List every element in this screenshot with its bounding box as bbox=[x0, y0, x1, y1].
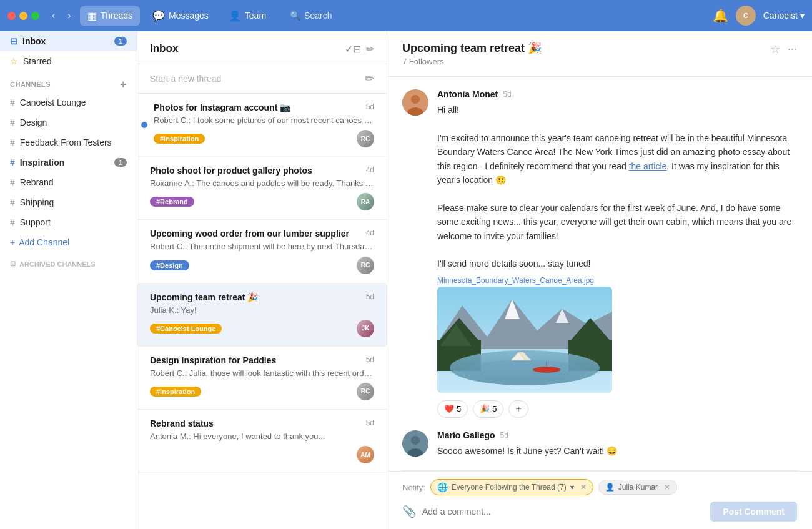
channel-label: Support bbox=[20, 217, 127, 227]
message-header: Antonia Monet 5d bbox=[437, 89, 797, 99]
julia-chip-close-icon[interactable]: ✕ bbox=[664, 483, 670, 492]
julia-chip-avatar: 👤 bbox=[605, 483, 615, 492]
add-channel-button[interactable]: + Add Channel bbox=[0, 232, 137, 252]
sidebar-item-starred[interactable]: ☆ Starred bbox=[0, 51, 137, 71]
sidebar-item-support[interactable]: # Support bbox=[0, 212, 137, 232]
inbox-icon: ⊟ bbox=[10, 36, 17, 46]
thread-list: Inbox ✓⊟ ✏ Start a new thread ✏ Photos f… bbox=[137, 31, 387, 529]
minimize-button[interactable] bbox=[19, 12, 27, 20]
retreat-image bbox=[437, 287, 612, 393]
thread-preview: Roxanne A.: The canoes and paddles will … bbox=[150, 178, 374, 189]
detail-followers: 7 Followers bbox=[402, 57, 542, 66]
close-button[interactable] bbox=[7, 12, 16, 20]
post-comment-button[interactable]: Post Comment bbox=[710, 502, 797, 522]
traffic-lights bbox=[7, 12, 39, 20]
maximize-button[interactable] bbox=[31, 12, 39, 20]
message-header: Mario Gallego 5d bbox=[437, 430, 797, 440]
heart-emoji: ❤️ bbox=[444, 404, 454, 413]
message-time: 5d bbox=[500, 431, 508, 440]
everyone-chip-icon: 🌐 bbox=[437, 482, 448, 492]
sidebar-item-design[interactable]: # Design bbox=[0, 112, 137, 132]
sidebar-item-shipping[interactable]: # Shipping bbox=[0, 192, 137, 212]
heart-reaction-button[interactable]: ❤️ 5 bbox=[437, 400, 468, 418]
notification-bell-icon[interactable]: 🔔 bbox=[713, 8, 728, 23]
add-reaction-button[interactable]: + bbox=[508, 400, 528, 418]
compose-icon[interactable]: ✏ bbox=[366, 43, 374, 55]
thread-item-photo-shoot[interactable]: Photo shoot for product gallery photos 4… bbox=[137, 157, 387, 220]
thread-item-wood-order[interactable]: Upcoming wood order from our lumber supp… bbox=[137, 220, 387, 283]
user-avatar-initials: C bbox=[743, 12, 748, 19]
notify-label: Notify: bbox=[402, 483, 425, 492]
thread-item-header: Design Inspiration for Paddles 5d bbox=[150, 355, 374, 365]
thread-meta: #Rebrand RA bbox=[150, 193, 374, 210]
article-link[interactable]: the article bbox=[629, 161, 667, 171]
thread-tag: #Rebrand bbox=[150, 197, 194, 207]
channels-section: Channels + bbox=[0, 71, 137, 92]
messages-icon: 💬 bbox=[152, 10, 165, 22]
thread-item-header: Photo shoot for product gallery photos 4… bbox=[150, 166, 374, 176]
user-menu-button[interactable]: Canoeist ▾ bbox=[763, 11, 805, 21]
threads-tab[interactable]: ▦ Threads bbox=[80, 6, 140, 26]
message-mario: Mario Gallego 5d Soooo awesome! Is it Ju… bbox=[402, 430, 797, 458]
channel-hash-icon: # bbox=[10, 217, 15, 227]
back-button[interactable]: ‹ bbox=[48, 7, 59, 24]
thread-item-photos-instagram[interactable]: Photos for Instagram account 📷 5d Robert… bbox=[137, 94, 387, 157]
attach-icon[interactable]: 📎 bbox=[402, 505, 416, 518]
user-avatar: C bbox=[736, 6, 756, 26]
comment-input[interactable] bbox=[422, 507, 704, 517]
message-author: Mario Gallego bbox=[437, 430, 495, 440]
thread-time: 5d bbox=[366, 292, 374, 301]
new-thread-label: Start a new thread bbox=[150, 74, 221, 84]
add-channel-label: Add Channel bbox=[19, 237, 69, 247]
thread-item-rebrand-status[interactable]: Rebrand status 5d Antonia M.: Hi everyon… bbox=[137, 410, 387, 473]
thread-title: Upcoming team retreat 🎉 bbox=[150, 292, 366, 302]
everyone-following-chip[interactable]: 🌐 Everyone Following the Thread (7) ▾ ✕ bbox=[430, 479, 593, 495]
thread-meta: #Design RC bbox=[150, 257, 374, 274]
thread-item-design-inspiration[interactable]: Design Inspiration for Paddles 5d Robert… bbox=[137, 347, 387, 410]
sidebar-item-rebrand[interactable]: # Rebrand bbox=[0, 172, 137, 192]
star-thread-icon[interactable]: ☆ bbox=[770, 42, 780, 56]
thread-item-header: Photos for Instagram account 📷 5d bbox=[154, 102, 374, 112]
notify-row: Notify: 🌐 Everyone Following the Thread … bbox=[402, 479, 797, 495]
check-all-icon[interactable]: ✓⊟ bbox=[345, 43, 361, 55]
more-options-icon[interactable]: ··· bbox=[788, 42, 797, 56]
thread-item-team-retreat[interactable]: Upcoming team retreat 🎉 5d Julia K.: Yay… bbox=[137, 284, 387, 347]
thread-list-title: Inbox bbox=[150, 42, 178, 55]
team-icon: 👤 bbox=[229, 10, 241, 22]
comment-input-row: 📎 Post Comment bbox=[402, 502, 797, 522]
detail-footer: Notify: 🌐 Everyone Following the Thread … bbox=[387, 471, 812, 529]
svg-point-13 bbox=[462, 360, 587, 382]
search-button[interactable]: 🔍 Search bbox=[281, 7, 340, 24]
messages-tab[interactable]: 💬 Messages bbox=[145, 6, 216, 26]
topbar-right: 🔔 C Canoeist ▾ bbox=[713, 6, 805, 26]
thread-time: 5d bbox=[366, 102, 374, 111]
thread-tag: #Design bbox=[150, 260, 189, 270]
party-reaction-button[interactable]: 🎉 5 bbox=[473, 400, 503, 418]
sidebar-item-feedback[interactable]: # Feedback From Testers bbox=[0, 132, 137, 152]
sidebar-item-canoeist-lounge[interactable]: # Canoeist Lounge bbox=[0, 92, 137, 112]
add-channel-icon[interactable]: + bbox=[120, 79, 127, 90]
thread-time: 4d bbox=[366, 229, 374, 237]
sidebar-item-inspiration[interactable]: # Inspiration 1 bbox=[0, 152, 137, 172]
message-author: Antonia Monet bbox=[437, 89, 498, 99]
team-tab-label: Team bbox=[245, 11, 266, 21]
forward-button[interactable]: › bbox=[64, 7, 74, 24]
thread-title: Photo shoot for product gallery photos bbox=[150, 166, 366, 176]
detail-header-actions: ☆ ··· bbox=[770, 41, 797, 56]
everyone-chip-close-icon[interactable]: ✕ bbox=[580, 483, 587, 492]
thread-title: Design Inspiration for Paddles bbox=[150, 355, 366, 365]
sidebar-item-inbox[interactable]: ⊟ Inbox 1 bbox=[0, 31, 137, 51]
search-icon: 🔍 bbox=[290, 11, 300, 21]
archived-channels-section[interactable]: ⊡ Archived channels bbox=[0, 252, 137, 270]
unread-dot bbox=[141, 122, 147, 128]
message-text: Soooo awesome! Is it June yet? Can't wai… bbox=[437, 444, 797, 458]
mario-avatar bbox=[402, 430, 428, 457]
thread-meta: AM bbox=[150, 446, 374, 463]
new-thread-row[interactable]: Start a new thread ✏ bbox=[137, 64, 387, 94]
archive-icon: ⊡ bbox=[10, 260, 16, 268]
team-tab[interactable]: 👤 Team bbox=[221, 6, 274, 26]
julia-chip[interactable]: 👤 Julia Kumar ✕ bbox=[598, 480, 677, 495]
thread-time: 4d bbox=[366, 166, 374, 174]
file-link[interactable]: Minnesota_Boundary_Waters_Canoe_Area.jpg bbox=[437, 275, 797, 287]
inspiration-count: 1 bbox=[114, 158, 127, 167]
